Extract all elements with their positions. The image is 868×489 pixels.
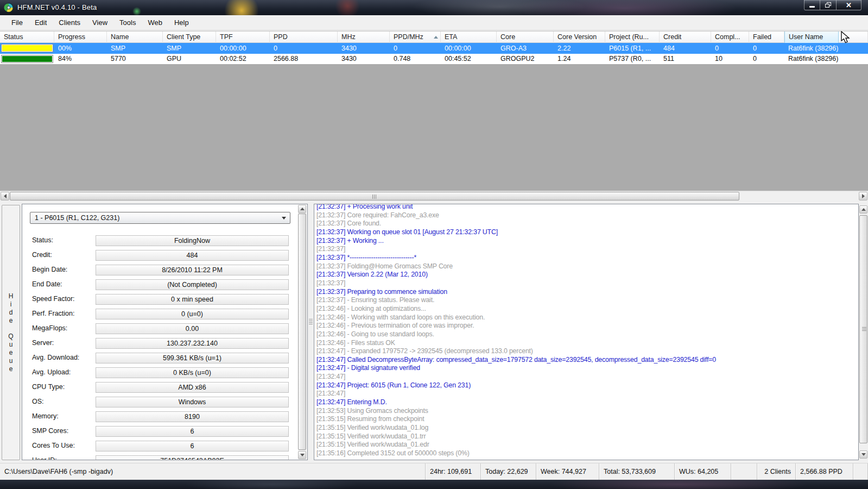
hide-queue-letter: e [9, 349, 13, 357]
queue-field-value: 0.00 [96, 323, 289, 334]
hide-queue-letter: u [9, 341, 13, 349]
scroll-left-button[interactable] [1, 192, 9, 200]
queue-field-row: Avg. Download:599.361 KB/s (u=1) [22, 353, 307, 365]
window-bottom-border [0, 480, 868, 489]
menu-help[interactable]: Help [168, 16, 195, 29]
arrow-down-icon [861, 453, 866, 456]
column-header-label: Client Type [167, 33, 200, 41]
cell-compl: 10 [711, 54, 749, 65]
queue-field-label: Status: [32, 236, 53, 244]
column-header-failed[interactable]: Failed [749, 32, 784, 43]
log-scroll-down-button[interactable] [859, 450, 867, 459]
queue-scroll-thumb[interactable] [298, 214, 306, 450]
cell-client-type: GPU [163, 54, 216, 65]
hide-queue-letter: H [9, 292, 14, 300]
cell-name: SMP [107, 43, 163, 54]
log-scroll-thumb[interactable] [859, 215, 867, 443]
queue-entry-dropdown[interactable]: 1 - P6015 (R1, C122, G231) [30, 212, 290, 224]
log-line: [21:32:46] - Files status OK [316, 339, 858, 348]
statusbar-stat-wus: WUs: 64,205 [675, 463, 731, 480]
column-header-status[interactable]: Status [0, 32, 54, 43]
column-header-eta[interactable]: ETA [441, 32, 497, 43]
cell-core-version: 2.22 [554, 43, 605, 54]
menu-tools[interactable]: Tools [113, 16, 142, 29]
column-header-core-version[interactable]: Core Version [554, 32, 605, 43]
panel-splitter[interactable] [308, 204, 314, 460]
queue-field-row: Cores To Use:6 [22, 441, 307, 453]
column-header-name[interactable]: Name [107, 32, 163, 43]
menu-file[interactable]: File [5, 16, 29, 29]
minimize-button[interactable] [804, 0, 820, 10]
hide-queue-button[interactable]: HideQueue [2, 205, 20, 460]
cell-user-name: Rat6fink (38296) [784, 43, 839, 54]
column-header-label: ETA [445, 33, 457, 41]
column-header-user-name[interactable]: User Name [784, 32, 839, 43]
queue-field-row: SMP Cores:6 [22, 426, 307, 438]
log-scroll-up-button[interactable] [859, 205, 867, 214]
log-line: [21:32:47] [316, 390, 858, 398]
cell-status [0, 54, 54, 65]
statusbar-stat-24hr: 24hr: 109,691 [426, 463, 481, 480]
column-header-tpf[interactable]: TPF [216, 32, 270, 43]
queue-field-label: Begin Date: [32, 266, 67, 273]
menu-edit[interactable]: Edit [29, 16, 53, 29]
queue-entry-label: 1 - P6015 (R1, C122, G231) [35, 214, 119, 222]
column-header-credit[interactable]: Credit [660, 32, 711, 43]
queue-field-value: 130.237.232.140 [96, 338, 289, 349]
queue-field-label: SMP Cores: [32, 427, 68, 435]
queue-field-label: MegaFlops: [32, 324, 67, 332]
cell-compl: 0 [711, 43, 749, 54]
queue-scroll-up-button[interactable] [298, 205, 306, 213]
statusbar-stat-today: Today: 22,629 [481, 463, 536, 480]
client-row[interactable]: 00%SMPSMP00:00:0003430000:00:00GRO-A32.2… [0, 43, 868, 54]
cell-credit: 484 [660, 43, 711, 54]
queue-field-value: (Not Completed) [96, 279, 289, 290]
cell-credit: 511 [660, 54, 711, 65]
log-line: [21:32:37] Core found. [316, 220, 858, 228]
menu-clients[interactable]: Clients [53, 16, 86, 29]
splitter-grip-icon [309, 319, 313, 324]
status-bar-frame [1, 44, 53, 52]
horizontal-scrollbar[interactable] [0, 191, 868, 200]
log-line: [21:32:47] - Digital signature verified [316, 364, 858, 373]
cell-failed: 0 [749, 54, 784, 65]
log-panel[interactable]: [21:32:37] + Processing work unit[21:32:… [314, 204, 859, 460]
horizontal-scroll-thumb[interactable] [10, 192, 739, 200]
menu-web[interactable]: Web [142, 16, 168, 29]
cell-mhz: 3430 [338, 43, 390, 54]
column-header-progress[interactable]: Progress [54, 32, 107, 43]
bottom-pane: HideQueue 1 - P6015 (R1, C122, G231) Sta… [0, 200, 868, 463]
cell-core: GRO-A3 [497, 43, 554, 54]
scroll-right-button[interactable] [859, 192, 867, 200]
log-scrollbar[interactable] [859, 204, 868, 460]
log-line: [21:35:16] Completed 3152 out of 500000 … [316, 449, 858, 458]
clients-grid[interactable]: StatusProgressNameClient TypeTPFPPDMHzPP… [0, 31, 868, 191]
queue-field-label: User ID: [32, 456, 57, 460]
title-bar[interactable]: HFM.NET v0.4.10 - Beta ✕ [0, 0, 868, 15]
queue-scroll-down-button[interactable] [298, 451, 306, 459]
queue-field-row: Avg. Upload:0 KB/s (u=0) [22, 367, 307, 379]
restore-button[interactable] [820, 0, 837, 10]
statusbar-spacer [853, 463, 868, 480]
column-header-ppd[interactable]: PPD [270, 32, 338, 43]
cell-ppd: 2566.88 [270, 54, 338, 65]
queue-scrollbar[interactable] [298, 205, 307, 459]
column-header-label: Core Version [557, 33, 597, 41]
column-header-compl[interactable]: Compl... [711, 32, 749, 43]
client-row[interactable]: 84%5770GPU00:02:522566.8834300.74800:45:… [0, 54, 868, 65]
log-line: [21:32:37] - Ensuring status. Please wai… [316, 296, 858, 305]
menu-view[interactable]: View [86, 16, 113, 29]
queue-field-value: 751D2746543AB03E [96, 455, 289, 460]
close-button[interactable]: ✕ [837, 0, 861, 10]
column-header-client-type[interactable]: Client Type [163, 32, 216, 43]
column-header-ppd-mhz[interactable]: PPD/MHz [390, 32, 441, 43]
log-line: [21:32:46] - Going to use standard loops… [316, 330, 858, 339]
cell-ppd-mhz: 0.748 [390, 54, 441, 65]
statusbar-spacer [731, 463, 757, 480]
column-header-mhz[interactable]: MHz [338, 32, 390, 43]
arrow-right-icon [862, 194, 865, 198]
column-header-project-ru[interactable]: Project (Ru... [605, 32, 660, 43]
cell-eta: 00:45:52 [441, 54, 497, 65]
menu-bar: FileEditClientsViewToolsWebHelp [0, 15, 868, 30]
column-header-core[interactable]: Core [497, 32, 554, 43]
